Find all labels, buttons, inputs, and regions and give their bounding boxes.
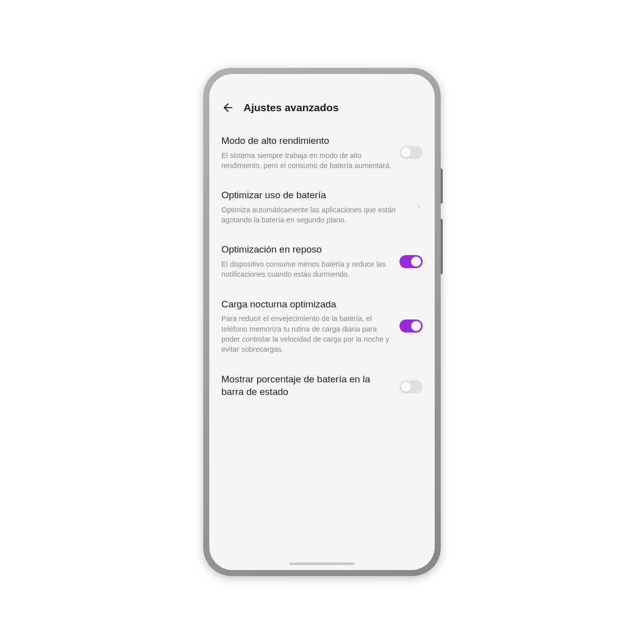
page-title: Ajustes avanzados (244, 102, 339, 114)
setting-title: Mostrar porcentaje de batería en la barr… (221, 373, 392, 398)
setting-text: Mostrar porcentaje de batería en la barr… (221, 373, 392, 401)
setting-sleep-optimization[interactable]: Optimización en reposo El dispositivo co… (221, 243, 423, 279)
status-bar-spacer (209, 74, 435, 92)
toggle-thumb (411, 257, 421, 267)
high-performance-toggle[interactable] (399, 146, 423, 159)
back-button[interactable] (221, 101, 234, 114)
sleep-optimization-toggle[interactable] (399, 255, 423, 268)
home-indicator[interactable] (289, 562, 355, 565)
setting-text: Modo de alto rendimiento El sistema siem… (221, 134, 392, 171)
setting-desc: Optimiza automáticamente las aplicacione… (221, 205, 408, 225)
setting-text: Optimización en reposo El dispositivo co… (221, 243, 392, 279)
toggle-thumb (411, 321, 421, 331)
battery-percentage-toggle[interactable] (399, 380, 423, 393)
setting-night-charging[interactable]: Carga nocturna optimizada Para reducir e… (221, 298, 423, 355)
setting-desc: El dispositivo consume menos batería y r… (221, 259, 392, 280)
phone-frame: Ajustes avanzados Modo de alto rendimien… (203, 68, 441, 576)
night-charging-toggle[interactable] (399, 319, 423, 333)
setting-battery-percentage[interactable]: Mostrar porcentaje de batería en la barr… (221, 373, 423, 401)
setting-optimize-battery[interactable]: Optimizar uso de batería Optimiza automá… (221, 189, 423, 225)
setting-text: Optimizar uso de batería Optimiza automá… (221, 189, 408, 225)
setting-text: Carga nocturna optimizada Para reducir e… (221, 298, 392, 355)
setting-desc: Para reducir el envejecimiento de la bat… (221, 313, 392, 354)
arrow-left-icon (221, 101, 234, 114)
setting-title: Optimización en reposo (221, 243, 392, 256)
header: Ajustes avanzados (209, 92, 435, 120)
settings-list: Modo de alto rendimiento El sistema siem… (209, 120, 435, 562)
setting-title: Optimizar uso de batería (221, 189, 408, 202)
setting-title: Carga nocturna optimizada (221, 298, 392, 311)
screen: Ajustes avanzados Modo de alto rendimien… (209, 74, 435, 570)
chevron-right-icon (415, 203, 423, 211)
setting-title: Modo de alto rendimiento (221, 134, 392, 147)
toggle-thumb (401, 382, 411, 392)
setting-high-performance[interactable]: Modo de alto rendimiento El sistema siem… (221, 134, 423, 171)
setting-desc: El sistema siempre trabaja en modo de al… (221, 150, 392, 171)
toggle-thumb (401, 147, 411, 157)
